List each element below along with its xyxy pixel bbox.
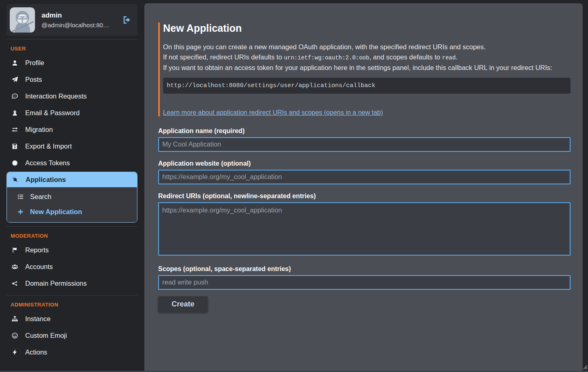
create-button[interactable]: Create (158, 296, 208, 312)
sidebar-item-label: Email & Password (25, 109, 80, 117)
user-handle: @admin@localhost:80… (41, 22, 109, 28)
redirect-uris-label: Redirect URIs (optional, newline-separat… (158, 193, 571, 200)
sidebar-item-label: New Application (30, 208, 82, 216)
flag-icon (11, 247, 19, 254)
intro-line-2: If not specified, redirect URIs defaults… (163, 53, 457, 61)
redirect-uris-textarea[interactable] (158, 202, 571, 256)
inline-code-oob: urn:ietf:wg:oauth:2.0:oob (284, 55, 369, 61)
learn-more-link[interactable]: Learn more about application redirect UR… (163, 109, 383, 116)
paper-plane-icon (11, 76, 19, 83)
redirect-uris-field: Redirect URIs (optional, newline-separat… (158, 193, 571, 257)
sidebar-item-label: Export & Import (25, 142, 72, 150)
sidebar-item-applications[interactable]: Applications (7, 172, 137, 187)
application-website-field: Application website (optional) (158, 160, 571, 184)
sidebar-item-applications-new[interactable]: New Application (7, 204, 137, 219)
sidebar-item-migration[interactable]: Migration (7, 121, 137, 138)
new-application-form: Application name (required) Application … (158, 127, 571, 312)
application-name-field: Application name (required) (158, 127, 571, 152)
sidebar-item-label: Profile (25, 59, 44, 67)
sidebar-item-posts[interactable]: Posts (7, 71, 137, 88)
sidebar-item-label: Posts (25, 76, 42, 83)
sidebar-item-export-import[interactable]: Export & Import (7, 138, 137, 155)
sidebar-item-label: Migration (25, 126, 53, 133)
sidebar-divider (7, 226, 137, 227)
user-secret-icon (11, 109, 19, 116)
sidebar-item-label: Instance (25, 315, 50, 323)
sidebar-item-instance[interactable]: Instance (7, 311, 137, 327)
logout-icon[interactable] (122, 15, 132, 25)
certificate-icon (11, 160, 19, 166)
sidebar-item-applications-search[interactable]: Search (7, 189, 137, 204)
sidebar-item-label: Actions (25, 348, 47, 356)
application-website-input[interactable] (158, 170, 571, 184)
plug-icon (11, 176, 19, 183)
sidebar-item-label: Custom Emoji (25, 332, 67, 339)
scopes-label: Scopes (optional, space-separated entrie… (158, 265, 571, 273)
user-meta: admin @admin@localhost:80… (41, 11, 109, 28)
sidebar-divider (7, 295, 137, 295)
user-card[interactable]: admin @admin@localhost:80… (7, 4, 137, 36)
sidebar-item-label: Reports (25, 246, 49, 254)
page-header: New Application On this page you can cre… (158, 22, 571, 116)
user-icon (11, 59, 19, 66)
sidebar-item-label: Accounts (25, 263, 53, 271)
sidebar-item-domain-permissions[interactable]: Domain Permissions (7, 275, 137, 292)
section-header-moderation: MODERATION (11, 233, 137, 239)
main-panel: New Application On this page you can cre… (144, 3, 583, 372)
intro-line-3: If you want to obtain an access token fo… (163, 64, 552, 71)
section-header-administration: ADMINISTRATION (11, 302, 137, 308)
sloth-avatar-image (10, 7, 35, 33)
sidebar-item-actions[interactable]: Actions (7, 344, 137, 361)
page-title: New Application (163, 22, 571, 34)
sidebar-item-reports[interactable]: Reports (7, 242, 137, 258)
share-nodes-icon (11, 280, 19, 287)
intro-line-1: On this page you can create a new manage… (163, 43, 486, 50)
users-icon (11, 263, 19, 270)
plus-icon (16, 208, 24, 215)
application-name-input[interactable] (158, 137, 571, 152)
section-header-user: USER (11, 46, 137, 52)
scopes-input[interactable] (158, 275, 571, 290)
comment-dots-icon (11, 93, 19, 100)
sidebar-item-interaction-requests[interactable]: Interaction Requests (7, 88, 137, 105)
sidebar-item-label: Interaction Requests (25, 92, 87, 100)
sidebar-divider (7, 39, 137, 39)
sidebar-item-accounts[interactable]: Accounts (7, 258, 137, 275)
sidebar-item-label: Applications (26, 176, 66, 184)
app-layout: admin @admin@localhost:80… USER Profile (0, 0, 588, 372)
callback-url-code-block[interactable]: http://localhost:8080/settings/user/appl… (163, 78, 571, 94)
sidebar-item-access-tokens[interactable]: Access Tokens (7, 155, 137, 171)
list-icon (16, 193, 24, 200)
sidebar: admin @admin@localhost:80… USER Profile (0, 0, 144, 372)
smile-icon (11, 332, 19, 339)
applications-block: Applications Search New Application (7, 172, 137, 223)
sidebar-item-label: Search (30, 193, 51, 201)
intro-paragraph: On this page you can create a new manage… (163, 42, 571, 73)
avatar (10, 7, 35, 33)
scopes-field: Scopes (optional, space-separated entrie… (158, 265, 571, 290)
sidebar-item-label: Domain Permissions (25, 280, 87, 287)
save-icon (11, 143, 19, 150)
bolt-icon (11, 349, 19, 356)
user-name: admin (41, 11, 109, 20)
inline-code-read: read (442, 55, 456, 61)
learn-more-row: Learn more about application redirect UR… (163, 109, 571, 116)
sitemap-icon (11, 315, 19, 322)
application-website-label: Application website (optional) (158, 160, 571, 167)
applications-submenu: Search New Application (7, 187, 137, 222)
sidebar-item-email-password[interactable]: Email & Password (7, 105, 137, 121)
sidebar-item-profile[interactable]: Profile (7, 55, 137, 71)
application-name-label: Application name (required) (158, 127, 571, 135)
sidebar-item-label: Access Tokens (25, 159, 70, 167)
sidebar-item-custom-emoji[interactable]: Custom Emoji (7, 327, 137, 344)
window-resize-grip[interactable] (582, 364, 588, 371)
exchange-icon (11, 126, 19, 133)
